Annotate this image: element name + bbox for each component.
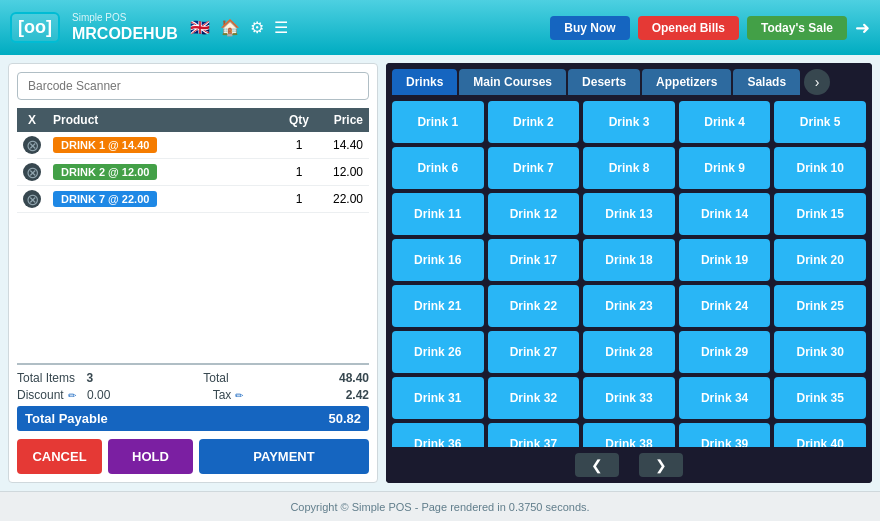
product-button[interactable]: Drink 15 (774, 193, 866, 235)
tax-label: Tax ✏ (213, 388, 244, 402)
qty-cell: 1 (279, 186, 319, 213)
qty-cell: 1 (279, 159, 319, 186)
product-button[interactable]: Drink 14 (679, 193, 771, 235)
col-x: X (17, 108, 47, 132)
product-button[interactable]: Drink 39 (679, 423, 771, 447)
product-button[interactable]: Drink 18 (583, 239, 675, 281)
remove-item-button[interactable] (23, 163, 41, 181)
hold-button[interactable]: HOLD (108, 439, 193, 474)
product-button[interactable]: Drink 21 (392, 285, 484, 327)
opened-bills-button[interactable]: Opened Bills (638, 16, 739, 40)
price-cell: 12.00 (319, 159, 369, 186)
product-button[interactable]: Drink 37 (488, 423, 580, 447)
category-tab-appetizers[interactable]: Appetizers (642, 69, 731, 95)
product-pill: DRINK 7 @ 22.00 (53, 191, 157, 207)
product-button[interactable]: Drink 5 (774, 101, 866, 143)
product-button[interactable]: Drink 23 (583, 285, 675, 327)
product-button[interactable]: Drink 22 (488, 285, 580, 327)
category-tab-salads[interactable]: Salads (733, 69, 800, 95)
price-cell: 14.40 (319, 132, 369, 159)
logout-button[interactable]: ➜ (855, 17, 870, 39)
product-button[interactable]: Drink 26 (392, 331, 484, 373)
product-button[interactable]: Drink 28 (583, 331, 675, 373)
product-button[interactable]: Drink 25 (774, 285, 866, 327)
app-name: Simple POS (72, 12, 178, 24)
summary-total-items-row: Total Items 3 Total 48.40 (17, 371, 369, 385)
product-button[interactable]: Drink 40 (774, 423, 866, 447)
table-row: DRINK 2 @ 12.00 1 12.00 (17, 159, 369, 186)
product-button[interactable]: Drink 9 (679, 147, 771, 189)
home-icon[interactable]: 🏠 (220, 18, 240, 37)
summary-section: Total Items 3 Total 48.40 Discount ✏ 0.0… (17, 363, 369, 431)
today-sale-button[interactable]: Today's Sale (747, 16, 847, 40)
settings-icon[interactable]: ⚙ (250, 18, 264, 37)
product-button[interactable]: Drink 33 (583, 377, 675, 419)
product-button[interactable]: Drink 32 (488, 377, 580, 419)
qty-cell: 1 (279, 132, 319, 159)
tax-value: 2.42 (346, 388, 369, 402)
total-label: Total (203, 371, 228, 385)
product-button[interactable]: Drink 13 (583, 193, 675, 235)
table-header-row: X Product Qty Price (17, 108, 369, 132)
product-button[interactable]: Drink 11 (392, 193, 484, 235)
product-button[interactable]: Drink 34 (679, 377, 771, 419)
footer: Copyright © Simple POS - Page rendered i… (0, 491, 880, 521)
product-button[interactable]: Drink 10 (774, 147, 866, 189)
left-panel: X Product Qty Price DRINK 1 @ 14.40 1 14… (8, 63, 378, 483)
product-button[interactable]: Drink 31 (392, 377, 484, 419)
product-button[interactable]: Drink 8 (583, 147, 675, 189)
discount-edit-icon[interactable]: ✏ (68, 390, 76, 401)
brand-text: Simple POS MRCODEHUB (72, 12, 178, 43)
header: [oo] Simple POS MRCODEHUB 🇬🇧 🏠 ⚙ ☰ Buy N… (0, 0, 880, 55)
product-button[interactable]: Drink 35 (774, 377, 866, 419)
products-grid: Drink 1Drink 2Drink 3Drink 4Drink 5Drink… (386, 95, 872, 447)
product-button[interactable]: Drink 3 (583, 101, 675, 143)
more-categories-button[interactable]: › (804, 69, 830, 95)
remove-item-button[interactable] (23, 136, 41, 154)
grid-next-button[interactable]: ❯ (639, 453, 683, 477)
summary-discount-row: Discount ✏ 0.00 Tax ✏ 2.42 (17, 388, 369, 402)
product-button[interactable]: Drink 29 (679, 331, 771, 373)
product-button[interactable]: Drink 20 (774, 239, 866, 281)
product-button[interactable]: Drink 2 (488, 101, 580, 143)
price-cell: 22.00 (319, 186, 369, 213)
footer-text: Copyright © Simple POS - Page rendered i… (290, 501, 589, 513)
product-button[interactable]: Drink 24 (679, 285, 771, 327)
col-price: Price (319, 108, 369, 132)
col-product: Product (47, 108, 279, 132)
product-pill: DRINK 1 @ 14.40 (53, 137, 157, 153)
flag-icon: 🇬🇧 (190, 18, 210, 37)
product-pill: DRINK 2 @ 12.00 (53, 164, 157, 180)
order-table: X Product Qty Price DRINK 1 @ 14.40 1 14… (17, 108, 369, 213)
product-button[interactable]: Drink 6 (392, 147, 484, 189)
grid-prev-button[interactable]: ❮ (575, 453, 619, 477)
product-button[interactable]: Drink 36 (392, 423, 484, 447)
product-button[interactable]: Drink 27 (488, 331, 580, 373)
barcode-input[interactable] (17, 72, 369, 100)
tax-edit-icon[interactable]: ✏ (235, 390, 243, 401)
product-button[interactable]: Drink 19 (679, 239, 771, 281)
product-button[interactable]: Drink 1 (392, 101, 484, 143)
product-button[interactable]: Drink 17 (488, 239, 580, 281)
product-button[interactable]: Drink 30 (774, 331, 866, 373)
category-tab-main-courses[interactable]: Main Courses (459, 69, 566, 95)
total-value: 48.40 (339, 371, 369, 385)
total-payable-row: Total Payable 50.82 (17, 406, 369, 431)
cancel-button[interactable]: CANCEL (17, 439, 102, 474)
payment-button[interactable]: PAYMENT (199, 439, 369, 474)
menu-icon[interactable]: ☰ (274, 18, 288, 37)
brand-name: MRCODEHUB (72, 24, 178, 43)
category-tab-drinks[interactable]: Drinks (392, 69, 457, 95)
header-icons: 🇬🇧 🏠 ⚙ ☰ (190, 18, 288, 37)
product-button[interactable]: Drink 4 (679, 101, 771, 143)
remove-item-button[interactable] (23, 190, 41, 208)
total-payable-label: Total Payable (25, 411, 108, 426)
buy-now-button[interactable]: Buy Now (550, 16, 629, 40)
product-button[interactable]: Drink 12 (488, 193, 580, 235)
product-button[interactable]: Drink 38 (583, 423, 675, 447)
category-tab-deserts[interactable]: Deserts (568, 69, 640, 95)
right-panel: DrinksMain CoursesDesertsAppetizersSalad… (386, 63, 872, 483)
product-button[interactable]: Drink 16 (392, 239, 484, 281)
main-content: X Product Qty Price DRINK 1 @ 14.40 1 14… (0, 55, 880, 491)
product-button[interactable]: Drink 7 (488, 147, 580, 189)
